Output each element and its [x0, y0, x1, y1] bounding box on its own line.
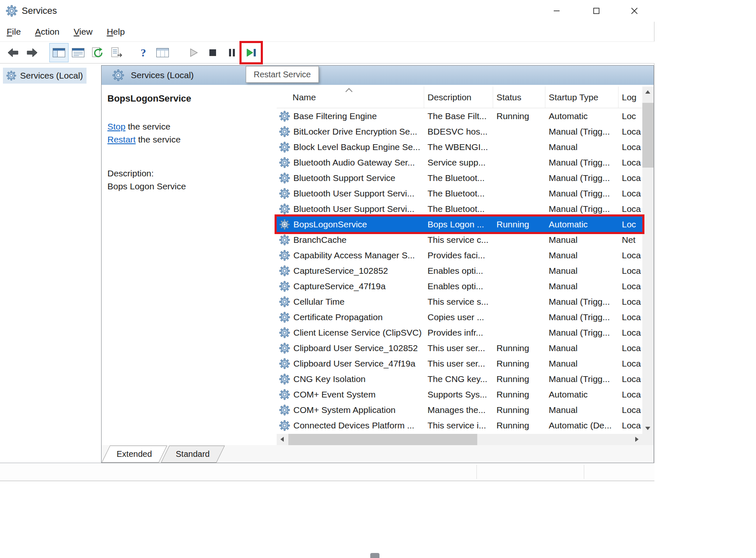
tab-label: Extended: [117, 449, 152, 459]
service-row[interactable]: BopsLogonService Bops Logon ... Running …: [277, 217, 642, 232]
view-tab[interactable]: Standard: [165, 445, 221, 463]
service-row[interactable]: Base Filtering Engine The Base Filt... R…: [277, 108, 642, 124]
service-row[interactable]: CNG Key Isolation The CNG key... Running…: [277, 371, 642, 387]
service-startup-type: Manual (Trigg...: [545, 155, 619, 170]
menu-bar: File Action View Help: [0, 22, 654, 41]
description-label: Description:: [107, 168, 154, 178]
column-header-label: Startup Type: [549, 92, 598, 102]
view-menu-button[interactable]: [153, 43, 172, 62]
column-header[interactable]: Log: [619, 87, 642, 108]
service-logon-as: Loca: [619, 309, 642, 325]
refresh-icon: [91, 47, 104, 59]
pause-service-button[interactable]: [222, 43, 242, 62]
service-row[interactable]: Bluetooth User Support Servi... The Blue…: [277, 201, 642, 217]
scroll-left-arrow-icon[interactable]: [277, 434, 288, 445]
stop-service-link[interactable]: Stop: [107, 122, 125, 131]
service-row[interactable]: COM+ System Application Manages the... R…: [277, 402, 642, 418]
service-startup-type: Manual: [545, 263, 619, 278]
service-row[interactable]: Cellular Time This service s... Manual (…: [277, 294, 642, 309]
service-name-cell: Bluetooth User Support Servi...: [277, 186, 424, 201]
scroll-up-arrow-icon[interactable]: [642, 87, 654, 98]
refresh-button[interactable]: [88, 43, 107, 62]
service-name: Bluetooth User Support Servi...: [293, 189, 414, 199]
scroll-right-arrow-icon[interactable]: [631, 434, 642, 445]
service-row[interactable]: Client License Service (ClipSVC) Provide…: [277, 325, 642, 340]
service-row[interactable]: Clipboard User Service_47f19a This user …: [277, 356, 642, 371]
forward-button[interactable]: [23, 43, 42, 62]
service-name: COM+ System Application: [293, 405, 396, 415]
service-status: [493, 170, 545, 186]
description-text: Bops Logon Service: [107, 181, 186, 191]
menu-item[interactable]: Action: [35, 27, 59, 37]
service-name: Clipboard User Service_47f19a: [293, 359, 415, 369]
service-startup-type: Manual (Trigg...: [545, 124, 619, 139]
service-logon-as: Loca: [619, 247, 642, 263]
restart-service-link[interactable]: Restart: [107, 135, 136, 144]
service-logon-as: Loca: [619, 325, 642, 340]
service-name: BitLocker Drive Encryption Se...: [293, 127, 417, 137]
stop-service-button[interactable]: [203, 43, 222, 62]
service-gear-icon: [279, 142, 290, 153]
services-window: Services File Action View Help: [0, 0, 654, 481]
service-row[interactable]: CaptureService_102852 Enables opti... Ma…: [277, 263, 642, 278]
service-startup-type: Manual: [545, 139, 619, 155]
service-description: This user ser...: [424, 356, 493, 371]
view-tab[interactable]: Extended: [106, 445, 163, 463]
pause-icon: [227, 47, 237, 58]
menu-item[interactable]: Help: [107, 27, 125, 37]
service-logon-as: Loca: [619, 402, 642, 418]
service-gear-icon: [279, 126, 290, 137]
service-status: [493, 139, 545, 155]
close-button[interactable]: [625, 0, 644, 22]
service-name-cell: BranchCache: [277, 232, 424, 247]
service-row[interactable]: Connected Devices Platform ... This serv…: [277, 418, 642, 433]
service-row[interactable]: Capability Access Manager S... Provides …: [277, 247, 642, 263]
start-service-button[interactable]: [184, 43, 203, 62]
service-status: Running: [493, 356, 545, 371]
restart-service-button[interactable]: [242, 43, 261, 62]
export-list-button[interactable]: [107, 43, 126, 62]
tree-item-services-local[interactable]: Services (Local): [3, 68, 87, 84]
column-header[interactable]: Description: [424, 87, 493, 108]
service-row[interactable]: Clipboard User Service_102852 This user …: [277, 340, 642, 356]
service-gear-icon: [279, 234, 290, 245]
service-description: Enables opti...: [424, 263, 493, 278]
service-startup-type: Manual (Trigg...: [545, 201, 619, 217]
service-logon-as: Loca: [619, 371, 642, 387]
service-name-cell: COM+ Event System: [277, 387, 424, 402]
service-row[interactable]: BitLocker Drive Encryption Se... BDESVC …: [277, 124, 642, 139]
maximize-button[interactable]: [587, 0, 606, 22]
scroll-down-arrow-icon[interactable]: [642, 423, 654, 434]
title-bar: Services: [0, 0, 654, 22]
service-logon-as: Loca: [619, 340, 642, 356]
column-header[interactable]: Status: [493, 87, 545, 108]
desktop: Services File Action View Help: [0, 0, 756, 558]
service-description: Bops Logon ...: [424, 217, 493, 232]
menu-item[interactable]: File: [7, 27, 21, 37]
column-header-label: Name: [293, 92, 316, 102]
service-row[interactable]: Bluetooth User Support Servi... The Blue…: [277, 186, 642, 201]
service-row[interactable]: BranchCache This service c... Manual Net: [277, 232, 642, 247]
service-row[interactable]: CaptureService_47f19a Enables opti... Ma…: [277, 278, 642, 294]
vertical-scroll-thumb[interactable]: [642, 103, 654, 168]
back-arrow-icon: [6, 47, 20, 59]
help-icon: ?: [138, 47, 149, 59]
horizontal-scroll-thumb[interactable]: [288, 434, 477, 445]
service-row[interactable]: COM+ Event System Supports Sys... Runnin…: [277, 387, 642, 402]
horizontal-scrollbar[interactable]: [277, 434, 642, 445]
menu-item[interactable]: View: [74, 27, 92, 37]
back-button[interactable]: [3, 43, 23, 62]
service-row[interactable]: Bluetooth Support Service The Bluetoot..…: [277, 170, 642, 186]
vertical-scrollbar[interactable]: [642, 87, 654, 434]
view-icon: [156, 47, 169, 58]
service-row[interactable]: Certificate Propagation Copies user ... …: [277, 309, 642, 325]
help-button[interactable]: ?: [134, 43, 153, 62]
service-status: [493, 201, 545, 217]
show-console-tree-button[interactable]: [49, 43, 69, 62]
service-row[interactable]: Block Level Backup Engine Se... The WBEN…: [277, 139, 642, 155]
minimize-button[interactable]: [547, 0, 566, 22]
service-row[interactable]: Bluetooth Audio Gateway Ser... Service s…: [277, 155, 642, 170]
export-list-icon: [110, 47, 123, 59]
column-header[interactable]: Startup Type: [545, 87, 619, 108]
properties-button[interactable]: [69, 43, 88, 62]
